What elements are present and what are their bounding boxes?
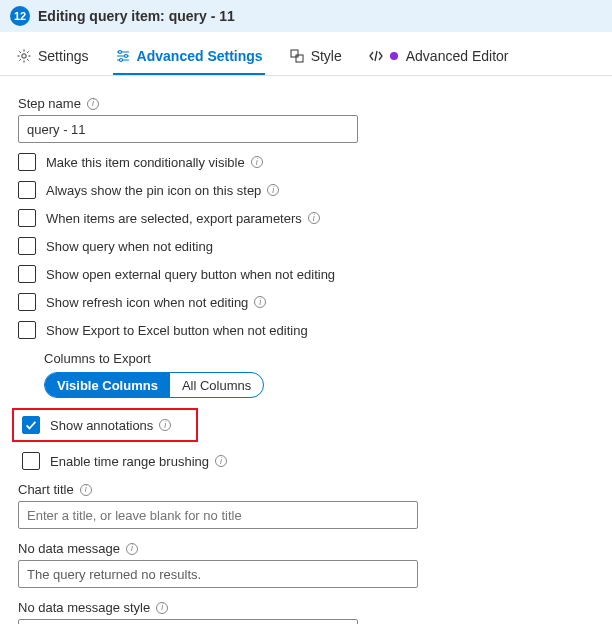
nodata-message-label: No data message (18, 541, 594, 556)
tab-advanced-settings[interactable]: Advanced Settings (113, 42, 265, 74)
checkbox[interactable] (22, 452, 40, 470)
tab-row: Settings Advanced Settings Style Advance… (0, 32, 612, 76)
check-export-excel[interactable]: Show Export to Excel button when not edi… (18, 321, 594, 339)
highlight-annotation: Show annotations (12, 408, 198, 442)
check-label: Enable time range brushing (50, 454, 227, 469)
check-label: Make this item conditionally visible (46, 155, 263, 170)
check-pin-icon[interactable]: Always show the pin icon on this step (18, 181, 594, 199)
check-label: Show open external query button when not… (46, 267, 335, 282)
svg-point-1 (118, 50, 121, 53)
chart-title-label: Chart title (18, 482, 594, 497)
nodata-message-input[interactable] (18, 560, 418, 588)
check-open-external[interactable]: Show open external query button when not… (18, 265, 594, 283)
info-icon[interactable] (80, 484, 92, 496)
tab-label: Advanced Editor (406, 48, 509, 64)
info-icon[interactable] (126, 543, 138, 555)
editor-header: 12 Editing query item: query - 11 (0, 0, 612, 32)
check-time-brushing[interactable]: Enable time range brushing (22, 452, 594, 470)
info-icon[interactable] (156, 602, 168, 614)
nodata-style-select[interactable]: Info (18, 619, 358, 624)
checkbox[interactable] (22, 416, 40, 434)
info-icon[interactable] (308, 212, 320, 224)
checkbox[interactable] (18, 293, 36, 311)
tab-settings[interactable]: Settings (14, 42, 91, 74)
check-export-params[interactable]: When items are selected, export paramete… (18, 209, 594, 227)
tab-label: Settings (38, 48, 89, 64)
sliders-icon (115, 48, 131, 64)
check-label: When items are selected, export paramete… (46, 211, 320, 226)
checkbox[interactable] (18, 237, 36, 255)
svg-point-0 (22, 53, 26, 57)
info-icon[interactable] (254, 296, 266, 308)
columns-export-toggle[interactable]: Visible Columns All Columns (44, 372, 264, 398)
step-name-input[interactable] (18, 115, 358, 143)
info-icon[interactable] (159, 419, 171, 431)
step-name-label: Step name (18, 96, 594, 111)
check-refresh-icon[interactable]: Show refresh icon when not editing (18, 293, 594, 311)
header-title: Editing query item: query - 11 (38, 8, 235, 24)
check-show-query[interactable]: Show query when not editing (18, 237, 594, 255)
checkbox[interactable] (18, 265, 36, 283)
code-icon (368, 48, 384, 64)
tab-advanced-editor[interactable]: Advanced Editor (366, 42, 511, 74)
check-label: Show Export to Excel button when not edi… (46, 323, 308, 338)
check-conditional-visible[interactable]: Make this item conditionally visible (18, 153, 594, 171)
check-label: Show refresh icon when not editing (46, 295, 266, 310)
checkbox[interactable] (18, 181, 36, 199)
checkbox[interactable] (18, 321, 36, 339)
status-dot-icon (390, 52, 398, 60)
svg-rect-4 (291, 50, 298, 57)
tab-style[interactable]: Style (287, 42, 344, 74)
pill-all-columns[interactable]: All Columns (170, 373, 263, 397)
style-icon (289, 48, 305, 64)
svg-rect-5 (296, 55, 303, 62)
tab-label: Advanced Settings (137, 48, 263, 64)
check-show-annotations[interactable]: Show annotations (22, 416, 192, 434)
check-label: Show query when not editing (46, 239, 213, 254)
info-icon[interactable] (251, 156, 263, 168)
nodata-style-label: No data message style (18, 600, 594, 615)
columns-export-block: Columns to Export Visible Columns All Co… (44, 351, 594, 398)
check-label: Always show the pin icon on this step (46, 183, 279, 198)
svg-point-2 (124, 54, 127, 57)
info-icon[interactable] (215, 455, 227, 467)
info-icon[interactable] (267, 184, 279, 196)
chart-title-input[interactable] (18, 501, 418, 529)
tab-label: Style (311, 48, 342, 64)
svg-point-3 (119, 58, 122, 61)
check-label: Show annotations (50, 418, 171, 433)
form-body: Step name Make this item conditionally v… (0, 76, 612, 624)
checkbox[interactable] (18, 153, 36, 171)
gear-icon (16, 48, 32, 64)
step-badge: 12 (10, 6, 30, 26)
pill-visible-columns[interactable]: Visible Columns (45, 373, 170, 397)
columns-export-label: Columns to Export (44, 351, 594, 366)
info-icon[interactable] (87, 98, 99, 110)
checkbox[interactable] (18, 209, 36, 227)
